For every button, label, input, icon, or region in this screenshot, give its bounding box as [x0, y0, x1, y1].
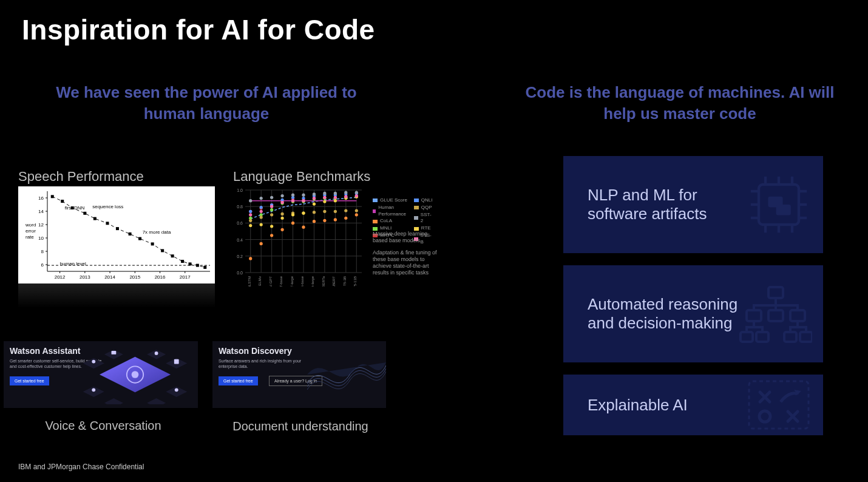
- blurb-left: We have seen the power of AI applied to …: [36, 82, 376, 124]
- card-nlp-ml: NLP and ML for software artifacts: [563, 156, 823, 253]
- svg-point-153: [280, 217, 283, 220]
- wave-graphic-icon: [307, 341, 386, 408]
- svg-rect-42: [181, 260, 184, 263]
- svg-rect-211: [800, 332, 812, 342]
- svg-rect-210: [784, 332, 796, 342]
- svg-point-90: [313, 220, 316, 223]
- tile-watson-discovery: Watson Discovery Surface answers and ric…: [212, 341, 386, 408]
- svg-point-130: [270, 213, 273, 216]
- card-explainable-ai: Explainable AI: [563, 375, 823, 435]
- svg-text:OpenAI GPT: OpenAI GPT: [269, 276, 273, 287]
- card-nlp-ml-label: NLP and ML for software artifacts: [588, 186, 744, 223]
- svg-point-164: [280, 201, 283, 204]
- svg-rect-31: [61, 200, 64, 203]
- svg-marker-177: [83, 387, 104, 398]
- svg-point-129: [260, 216, 263, 219]
- svg-rect-44: [196, 264, 199, 267]
- svg-text:14: 14: [38, 209, 44, 214]
- svg-text:0.0: 0.0: [237, 271, 243, 275]
- svg-point-170: [344, 195, 347, 198]
- blurb-right: Code is the language of machines. AI wil…: [510, 82, 850, 124]
- svg-point-155: [302, 211, 305, 214]
- svg-text:RoBERTa: RoBERTa: [322, 276, 325, 287]
- svg-point-183: [92, 360, 95, 364]
- svg-point-97: [270, 208, 273, 211]
- chart-speech-performance: 6810121416201220132014201520162017worder…: [18, 186, 215, 283]
- svg-text:2013: 2013: [80, 274, 90, 280]
- svg-rect-40: [161, 249, 164, 252]
- svg-text:XLNet-large: XLNet-large: [311, 276, 314, 287]
- svg-point-93: [344, 217, 347, 220]
- svg-point-186: [175, 388, 178, 392]
- svg-text:16: 16: [38, 195, 44, 201]
- chart-language-notes: Massive deep learning based base models …: [373, 231, 439, 282]
- svg-point-149: [355, 191, 358, 194]
- svg-point-140: [260, 197, 263, 200]
- tile-wd-sub: Surface answers and rich insights from y…: [219, 358, 316, 369]
- svg-point-163: [270, 205, 273, 208]
- svg-point-88: [291, 222, 294, 225]
- tree-icon: [739, 280, 812, 347]
- lang-note-2: Adaptation & fine tuning of these base m…: [373, 249, 439, 277]
- svg-point-134: [313, 211, 316, 214]
- caption-voice-conversation: Voice & Conversation: [24, 419, 182, 433]
- chart-speech-reflection: [18, 283, 215, 308]
- svg-point-143: [291, 194, 294, 197]
- svg-text:ELMo: ELMo: [258, 276, 262, 285]
- svg-point-148: [344, 191, 347, 194]
- chip-icon: [745, 171, 812, 238]
- svg-text:BERT-base: BERT-base: [279, 276, 283, 287]
- svg-rect-34: [93, 217, 97, 220]
- svg-text:2017: 2017: [180, 274, 191, 280]
- svg-point-185: [92, 388, 95, 392]
- card-automated-reasoning: Automated reasoning and decision-making: [563, 265, 823, 362]
- svg-point-135: [323, 210, 326, 213]
- svg-rect-205: [747, 310, 761, 321]
- svg-point-154: [291, 213, 294, 216]
- svg-text:word: word: [25, 222, 36, 228]
- svg-text:6: 6: [41, 262, 44, 268]
- svg-text:0.6: 0.6: [237, 221, 243, 225]
- svg-text:BERT-large: BERT-large: [290, 276, 294, 287]
- svg-point-92: [334, 218, 337, 221]
- svg-point-151: [260, 223, 263, 226]
- svg-point-217: [759, 411, 770, 422]
- svg-point-147: [334, 192, 337, 195]
- svg-text:8: 8: [41, 249, 44, 254]
- svg-point-157: [323, 200, 326, 203]
- isometric-graphic-icon: [76, 345, 194, 404]
- card-explainable-ai-label: Explainable AI: [588, 396, 688, 415]
- svg-text:2015: 2015: [129, 274, 140, 280]
- tile-wd-cta-button[interactable]: Get started free: [219, 376, 258, 385]
- svg-text:human level: human level: [60, 261, 86, 266]
- svg-point-145: [313, 192, 316, 195]
- caption-document-understanding: Document understanding: [231, 419, 370, 434]
- svg-point-86: [270, 234, 273, 237]
- slide-root: Inspiration for AI for Code We have seen…: [0, 0, 868, 482]
- svg-rect-212: [749, 381, 809, 429]
- lang-note-1: Massive deep learning based base models: [373, 231, 439, 245]
- svg-point-87: [280, 228, 283, 231]
- svg-rect-207: [790, 310, 805, 321]
- svg-text:sequence loss: sequence loss: [92, 204, 123, 209]
- svg-point-131: [280, 212, 283, 216]
- svg-rect-208: [741, 332, 753, 342]
- svg-point-137: [344, 209, 347, 212]
- strategy-icon: [745, 378, 812, 432]
- svg-rect-39: [151, 242, 154, 245]
- svg-text:0.2: 0.2: [237, 254, 243, 259]
- svg-rect-33: [83, 212, 86, 215]
- svg-point-146: [323, 192, 326, 195]
- svg-point-188: [155, 351, 158, 355]
- svg-rect-206: [768, 310, 783, 321]
- section-lang-title: Language Benchmarks: [233, 169, 370, 185]
- svg-point-152: [270, 225, 273, 228]
- svg-text:error: error: [25, 228, 36, 234]
- svg-text:1.0: 1.0: [237, 188, 243, 192]
- svg-text:10: 10: [38, 236, 44, 241]
- svg-text:2014: 2014: [104, 274, 115, 280]
- svg-text:T5-11B: T5-11B: [353, 276, 357, 287]
- svg-point-168: [323, 196, 326, 199]
- tile-wa-cta-button[interactable]: Get started free: [10, 376, 49, 385]
- svg-point-139: [249, 199, 252, 202]
